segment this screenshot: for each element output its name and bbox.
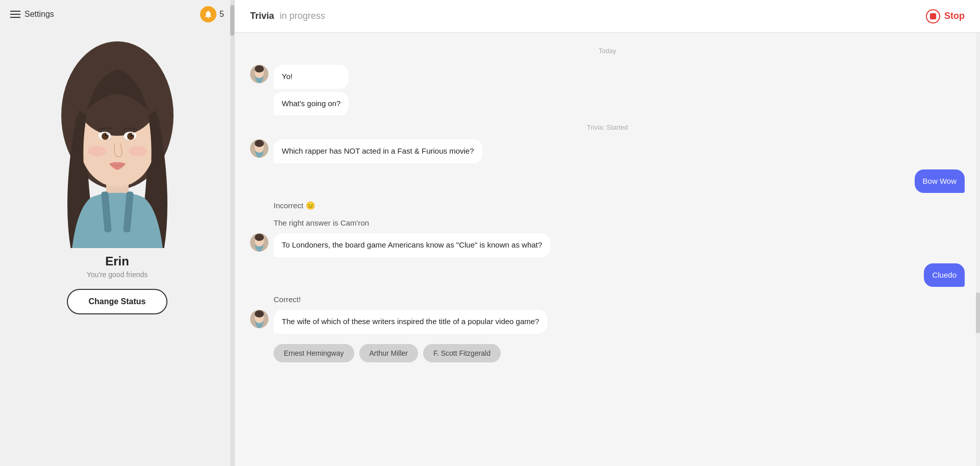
bot-avatar: [250, 65, 268, 83]
svg-point-11: [132, 133, 134, 135]
bubble-rapper-q: Which rapper has NOT acted in a Fast & F…: [274, 139, 482, 163]
stop-button[interactable]: Stop: [926, 9, 965, 23]
svg-point-21: [255, 140, 264, 147]
chat-header: Trivia in progress Stop: [235, 0, 980, 33]
svg-point-13: [129, 146, 147, 156]
chat-messages: Today Yo! What's going on? Trivia:: [235, 33, 980, 466]
answer-arthur[interactable]: Arthur Miller: [359, 344, 418, 362]
character-status: You're good friends: [87, 271, 148, 279]
hamburger-icon: [10, 11, 20, 18]
left-scrollbar-thumb: [230, 5, 234, 36]
msg-row-cluedo: Cluedo: [250, 263, 965, 287]
trivia-title-area: Trivia in progress: [250, 11, 325, 21]
bubble-whats-going-on: What's going on?: [274, 92, 349, 116]
stop-label: Stop: [944, 11, 965, 21]
svg-point-10: [106, 133, 108, 135]
stop-icon: [926, 9, 940, 23]
avatar-container: [46, 34, 189, 248]
notification-icon[interactable]: [200, 6, 216, 22]
msg-row-bow-wow: Bow Wow: [250, 169, 965, 193]
right-scrollbar[interactable]: [976, 33, 980, 466]
bot-avatar-img-2: [250, 139, 268, 158]
answer-fitzgerald[interactable]: F. Scott Fitzgerald: [423, 344, 501, 362]
feedback-incorrect: Incorrect 😑: [250, 199, 965, 210]
settings-button[interactable]: Settings: [10, 10, 54, 19]
trivia-started-msg: Trivia: Started: [250, 124, 965, 131]
bot-bubbles: Yo! What's going on?: [274, 65, 349, 115]
answer-ernest[interactable]: Ernest Hemingway: [274, 344, 354, 362]
feedback-answer: The right answer is Cam'ron: [250, 216, 965, 227]
bot-avatar-img-3: [250, 233, 268, 252]
msg-row-rapper-q: Which rapper has NOT acted in a Fast & F…: [250, 139, 965, 163]
top-bar: Settings 5: [0, 0, 234, 29]
left-scrollbar[interactable]: [230, 0, 234, 466]
avatar: [46, 34, 189, 248]
change-status-button[interactable]: Change Status: [67, 289, 167, 314]
feedback-correct: Correct!: [250, 293, 965, 304]
left-panel: Settings 5: [0, 0, 235, 466]
settings-label: Settings: [24, 10, 54, 19]
bot-avatar-3: [250, 233, 268, 252]
bubble-yo: Yo!: [274, 65, 349, 89]
trivia-subtitle: in progress: [280, 11, 325, 21]
bot-avatar-4: [250, 310, 268, 328]
right-panel: Trivia in progress Stop Today: [235, 0, 980, 466]
right-panel-wrapper: Trivia in progress Stop Today: [235, 0, 980, 466]
bubble-clue-q: To Londoners, the board game Americans k…: [274, 233, 550, 257]
svg-point-12: [88, 146, 106, 156]
bubble-cluedo: Cluedo: [924, 263, 965, 287]
bot-avatar-2: [250, 139, 268, 158]
right-scrollbar-thumb: [976, 292, 980, 333]
date-divider: Today: [250, 47, 965, 55]
notification-area: 5: [200, 6, 224, 22]
notification-count: 5: [219, 10, 224, 19]
msg-row-clue-q: To Londoners, the board game Americans k…: [250, 233, 965, 257]
svg-point-18: [255, 65, 264, 72]
stop-icon-inner: [930, 13, 936, 19]
svg-point-27: [255, 310, 264, 317]
character-name: Erin: [105, 254, 129, 268]
trivia-title: Trivia: [250, 11, 274, 21]
answer-options: Ernest Hemingway Arthur Miller F. Scott …: [250, 344, 965, 362]
msg-row-writer-q: The wife of which of these writers inspi…: [250, 310, 965, 334]
bubble-bow-wow: Bow Wow: [915, 169, 965, 193]
bell-icon: [204, 10, 213, 19]
bot-avatar-img-4: [250, 310, 268, 328]
bot-avatar-img: [250, 65, 268, 83]
bubble-writer-q: The wife of which of these writers inspi…: [274, 310, 547, 334]
svg-point-24: [255, 234, 264, 241]
msg-row: Yo! What's going on?: [250, 65, 965, 115]
